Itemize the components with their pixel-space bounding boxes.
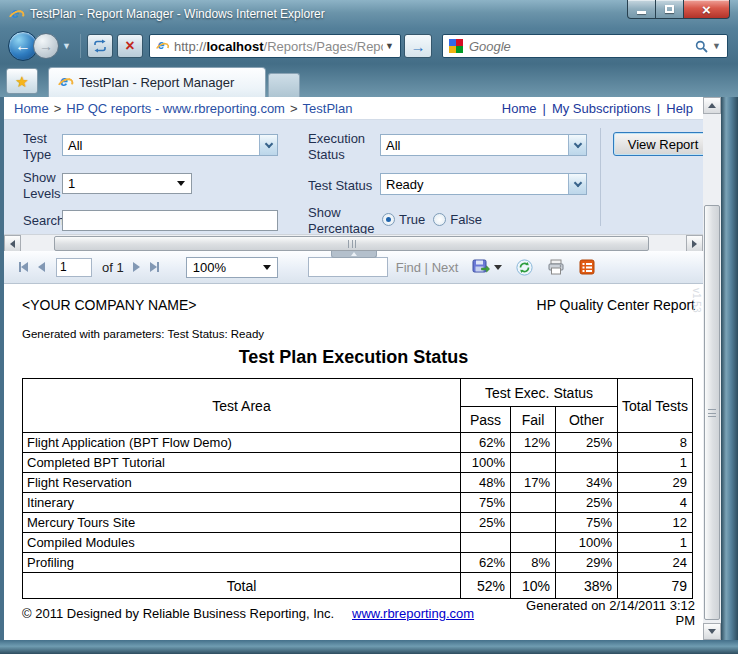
- breadcrumb-folder[interactable]: HP QC reports - www.rbreporting.com: [66, 101, 285, 116]
- close-button[interactable]: ×: [684, 0, 730, 19]
- export-button[interactable]: [472, 259, 502, 275]
- address-dropdown-icon[interactable]: ▼: [383, 41, 396, 51]
- export-data-feed-button[interactable]: [579, 259, 595, 275]
- favorites-star-icon: ★: [15, 74, 28, 89]
- link-my-subscriptions[interactable]: My Subscriptions: [552, 101, 651, 116]
- address-bar[interactable]: http://localhost/Reports/Pages/Report. ▼: [149, 34, 401, 58]
- printer-icon: [547, 259, 565, 275]
- breadcrumb-current[interactable]: TestPlan: [303, 101, 353, 116]
- cell-value: [461, 533, 511, 553]
- next-page-icon: [133, 262, 145, 272]
- maximize-button[interactable]: [656, 0, 684, 19]
- show-levels-select[interactable]: 1: [62, 173, 192, 194]
- chevron-down-icon[interactable]: [568, 135, 586, 155]
- scroll-left-button[interactable]: [4, 235, 21, 252]
- search-dropdown-icon[interactable]: ▼: [712, 41, 721, 51]
- go-button[interactable]: →: [404, 34, 432, 58]
- current-page-input[interactable]: [56, 258, 92, 277]
- total-tests: 79: [618, 573, 693, 599]
- execution-status-select[interactable]: All: [380, 134, 587, 156]
- export-save-icon: [472, 259, 490, 275]
- search-magnifier-icon[interactable]: [695, 40, 708, 53]
- col-header-test-area: Test Area: [23, 379, 461, 433]
- vertical-scrollbar[interactable]: [703, 97, 721, 640]
- minimize-button[interactable]: [627, 0, 656, 19]
- cell-test-area: Mercury Tours Site: [23, 513, 461, 533]
- first-page-button[interactable]: [19, 262, 28, 272]
- cell-value: 75%: [461, 493, 511, 513]
- new-tab-button[interactable]: [268, 73, 300, 97]
- test-status-select[interactable]: Ready: [380, 173, 587, 195]
- tab-row: ★ TestPlan - Report Manager: [0, 64, 738, 97]
- view-report-button[interactable]: View Report: [613, 132, 703, 156]
- cell-value: 48%: [461, 473, 511, 493]
- test-type-select[interactable]: All: [62, 134, 278, 156]
- dropdown-arrow-icon: [177, 181, 185, 186]
- toolbar-divider: [80, 34, 81, 58]
- radio-true[interactable]: [382, 213, 395, 226]
- cell-value: [511, 513, 556, 533]
- total-fail: 10%: [511, 573, 556, 599]
- export-dropdown-icon[interactable]: [494, 265, 502, 274]
- stop-button[interactable]: ×: [117, 34, 143, 58]
- breadcrumb-home[interactable]: Home: [14, 101, 49, 116]
- forward-button[interactable]: →: [33, 33, 59, 59]
- search-input[interactable]: [469, 39, 695, 54]
- cell-value: 25%: [556, 493, 618, 513]
- last-page-icon: [150, 262, 162, 272]
- report-parameters-panel: Test Type All Execution Status All Show …: [4, 120, 703, 234]
- breadcrumb-row: Home>HP QC reports - www.rbreporting.com…: [4, 97, 703, 120]
- browser-window: TestPlan - Report Manager - Windows Inte…: [0, 0, 738, 654]
- window-title: TestPlan - Report Manager - Windows Inte…: [30, 7, 325, 21]
- favorites-button[interactable]: ★: [6, 68, 38, 94]
- scroll-up-button[interactable]: [703, 97, 721, 114]
- cell-value: 25%: [556, 433, 618, 453]
- cell-test-area: Flight Application (BPT Flow Demo): [23, 433, 461, 453]
- find-text-input[interactable]: [308, 257, 388, 277]
- scroll-grip-icon: [708, 409, 716, 417]
- refresh-report-button[interactable]: [516, 259, 533, 276]
- cell-value: 12: [618, 513, 693, 533]
- scroll-up-icon: [708, 99, 716, 108]
- cell-value: 62%: [461, 553, 511, 573]
- report-search-input[interactable]: [62, 210, 278, 231]
- total-label: Total: [23, 573, 461, 599]
- refresh-button[interactable]: [87, 34, 113, 58]
- find-link[interactable]: Find: [396, 260, 421, 275]
- search-box[interactable]: ▼: [442, 34, 728, 58]
- col-header-fail: Fail: [511, 407, 556, 433]
- vertical-scroll-thumb[interactable]: [704, 205, 720, 620]
- table-row: Mercury Tours Site25%75%12: [23, 513, 693, 533]
- cell-test-area: Flight Reservation: [23, 473, 461, 493]
- cell-value: [511, 493, 556, 513]
- total-row: Total 52% 10% 38% 79: [23, 573, 693, 599]
- previous-page-button[interactable]: [38, 262, 45, 272]
- cell-value: 75%: [556, 513, 618, 533]
- link-help[interactable]: Help: [666, 101, 693, 116]
- scroll-right-button[interactable]: [686, 235, 703, 252]
- next-link[interactable]: Next: [432, 260, 459, 275]
- rbreporting-link[interactable]: www.rbreporting.com: [352, 606, 512, 621]
- zoom-select[interactable]: 100%: [186, 257, 278, 278]
- version-watermark: v1.53: [691, 288, 702, 312]
- last-page-button[interactable]: [150, 262, 159, 272]
- radio-false[interactable]: [433, 213, 446, 226]
- report-table: Test Area Test Exec. Status Total Tests …: [22, 378, 693, 599]
- cell-value: [511, 453, 556, 473]
- print-button[interactable]: [547, 259, 565, 275]
- radio-false-label: False: [450, 212, 482, 227]
- chevron-down-icon[interactable]: [568, 174, 586, 194]
- breadcrumb: Home>HP QC reports - www.rbreporting.com…: [14, 101, 502, 116]
- show-percentage-radios: True False: [382, 212, 482, 227]
- window-frame-bottom: [0, 640, 738, 654]
- history-dropdown-icon[interactable]: ▼: [62, 41, 71, 51]
- link-home[interactable]: Home: [502, 101, 537, 116]
- scroll-right-icon: [692, 240, 701, 248]
- tab-testplan[interactable]: TestPlan - Report Manager: [48, 67, 266, 97]
- next-page-button[interactable]: [133, 262, 140, 272]
- chevron-down-icon[interactable]: [259, 135, 277, 155]
- collapse-parameters-handle[interactable]: [331, 251, 377, 258]
- cell-value: 1: [618, 533, 693, 553]
- scroll-down-button[interactable]: [703, 623, 721, 640]
- dropdown-arrow-icon: [263, 265, 271, 270]
